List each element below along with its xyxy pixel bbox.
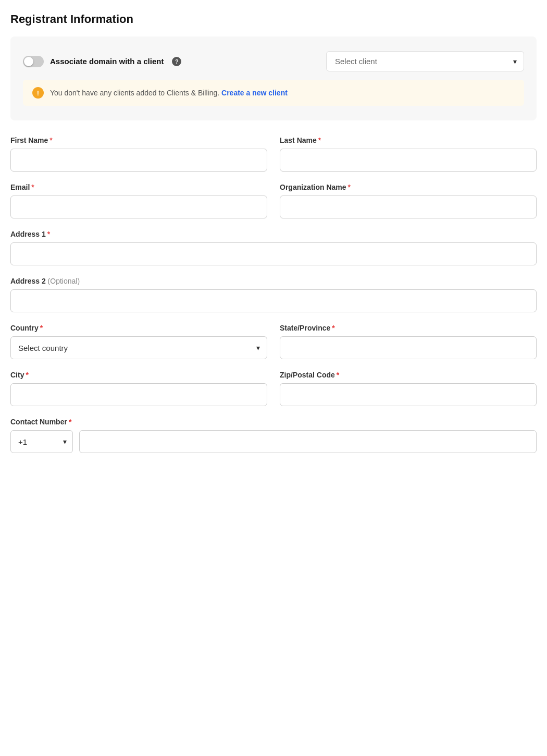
country-select[interactable]: Select country bbox=[10, 336, 267, 359]
email-org-row: Email* Organization Name* bbox=[10, 183, 537, 218]
zip-input[interactable] bbox=[280, 383, 537, 406]
associate-section: Associate domain with a client ? Select … bbox=[10, 36, 537, 120]
first-name-input[interactable] bbox=[10, 149, 267, 172]
phone-row: +1 ▾ bbox=[10, 430, 537, 453]
email-input[interactable] bbox=[10, 196, 267, 218]
email-group: Email* bbox=[10, 183, 267, 218]
warning-icon: ! bbox=[32, 87, 44, 99]
address2-input[interactable] bbox=[10, 289, 537, 312]
last-name-label: Last Name* bbox=[280, 136, 537, 144]
country-select-wrapper: Select country ▾ bbox=[10, 336, 267, 359]
form-section: First Name* Last Name* Email* Organizati… bbox=[10, 136, 537, 453]
org-name-label: Organization Name* bbox=[280, 183, 537, 191]
address2-group: Address 2 (Optional) bbox=[10, 277, 537, 312]
address1-input[interactable] bbox=[10, 242, 537, 265]
country-state-row: Country* Select country ▾ State/Province… bbox=[10, 324, 537, 359]
org-name-input[interactable] bbox=[280, 196, 537, 218]
name-row: First Name* Last Name* bbox=[10, 136, 537, 172]
zip-label: Zip/Postal Code* bbox=[280, 371, 537, 379]
city-group: City* bbox=[10, 371, 267, 406]
address2-row: Address 2 (Optional) bbox=[10, 277, 537, 312]
client-select-wrapper: Select client ▾ bbox=[326, 51, 524, 71]
associate-label: Associate domain with a client bbox=[50, 57, 164, 66]
phone-code-wrapper: +1 ▾ bbox=[10, 430, 73, 453]
last-name-input[interactable] bbox=[280, 149, 537, 172]
help-icon[interactable]: ? bbox=[172, 57, 181, 66]
toggle-knob bbox=[24, 57, 33, 66]
warning-text: You don't have any clients added to Clie… bbox=[50, 89, 288, 97]
state-label: State/Province* bbox=[280, 324, 537, 332]
city-label: City* bbox=[10, 371, 267, 379]
contact-row: Contact Number* +1 ▾ bbox=[10, 418, 537, 453]
state-group: State/Province* bbox=[280, 324, 537, 359]
city-input[interactable] bbox=[10, 383, 267, 406]
phone-code-select[interactable]: +1 bbox=[10, 430, 73, 453]
address1-label: Address 1* bbox=[10, 230, 537, 238]
client-select[interactable]: Select client bbox=[326, 51, 524, 71]
address2-label: Address 2 (Optional) bbox=[10, 277, 537, 285]
org-name-group: Organization Name* bbox=[280, 183, 537, 218]
first-name-group: First Name* bbox=[10, 136, 267, 172]
zip-group: Zip/Postal Code* bbox=[280, 371, 537, 406]
create-new-client-link[interactable]: Create a new client bbox=[221, 89, 288, 97]
email-label: Email* bbox=[10, 183, 267, 191]
last-name-group: Last Name* bbox=[280, 136, 537, 172]
contact-label: Contact Number* bbox=[10, 418, 537, 426]
optional-text: (Optional) bbox=[48, 277, 80, 285]
phone-number-input[interactable] bbox=[79, 430, 537, 453]
state-input[interactable] bbox=[280, 336, 537, 359]
country-label: Country* bbox=[10, 324, 267, 332]
contact-group: Contact Number* +1 ▾ bbox=[10, 418, 537, 453]
warning-banner: ! You don't have any clients added to Cl… bbox=[23, 80, 524, 106]
associate-toggle[interactable] bbox=[23, 56, 44, 67]
address1-group: Address 1* bbox=[10, 230, 537, 265]
address1-row: Address 1* bbox=[10, 230, 537, 265]
page-title: Registrant Information bbox=[10, 13, 537, 26]
phone-number-group bbox=[79, 430, 537, 453]
city-zip-row: City* Zip/Postal Code* bbox=[10, 371, 537, 406]
country-group: Country* Select country ▾ bbox=[10, 324, 267, 359]
first-name-label: First Name* bbox=[10, 136, 267, 144]
